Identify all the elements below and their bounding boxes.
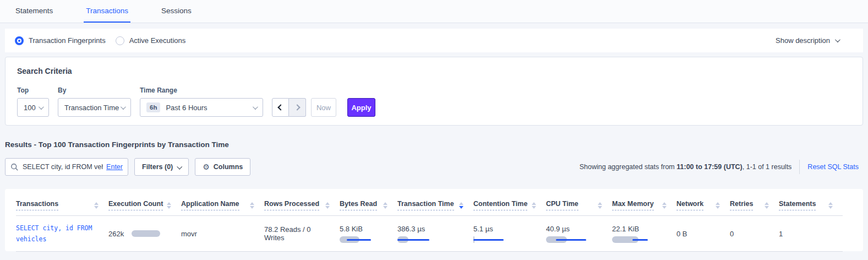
- stats-time-range: 11:00 to 17:59 (UTC): [676, 163, 742, 171]
- tab-transactions[interactable]: Transactions: [84, 0, 130, 23]
- column-header-cpu-time[interactable]: CPU Time: [546, 194, 612, 216]
- mean-bar: [632, 239, 648, 241]
- search-input[interactable]: [23, 163, 103, 171]
- sort-icon-active-desc[interactable]: [459, 202, 463, 209]
- table-row: SELECT city, id FROM vehicles 262k movr …: [16, 216, 843, 252]
- sort-icon[interactable]: [662, 202, 667, 209]
- columns-button[interactable]: ⚙ Columns: [195, 158, 250, 176]
- chevron-down-icon: [39, 104, 44, 110]
- execution-count-cell: 262k: [108, 230, 171, 238]
- sort-icon[interactable]: [167, 202, 171, 209]
- search-box[interactable]: Enter: [5, 158, 128, 176]
- sort-icon[interactable]: [765, 202, 769, 209]
- sort-icon[interactable]: [716, 202, 720, 209]
- results-toolbar: Enter Filters (0) ⚙ Columns Showing aggr…: [5, 158, 863, 176]
- sort-icon[interactable]: [532, 202, 536, 209]
- aggregated-stats-text: Showing aggregated stats from 11:00 to 1…: [580, 163, 792, 171]
- page-tabs: Statements Transactions Sessions: [0, 0, 868, 23]
- next-time-range-button[interactable]: [289, 98, 306, 117]
- radio-label: Transaction Fingerprints: [29, 36, 106, 45]
- mean-bar: [347, 239, 371, 241]
- top-label: Top: [17, 86, 49, 94]
- application-name-value: movr: [181, 230, 197, 238]
- by-field: By Transaction Time: [58, 86, 131, 117]
- transactions-table: Transactions Execution Count Application…: [16, 194, 843, 252]
- column-header-transaction-time[interactable]: Transaction Time: [397, 194, 473, 216]
- chevron-left-icon: [277, 104, 283, 110]
- by-label: By: [58, 86, 131, 94]
- top-select[interactable]: 100: [17, 98, 49, 117]
- column-header-contention-time[interactable]: Contention Time: [473, 194, 546, 216]
- chevron-down-icon: [121, 104, 126, 110]
- time-range-field: Time Range 6h Past 6 Hours: [140, 86, 263, 117]
- show-description-toggle[interactable]: Show description: [776, 36, 853, 45]
- time-range-value: Past 6 Hours: [166, 104, 207, 112]
- rows-processed-value: 78.2 Reads / 0 Writes: [264, 225, 311, 242]
- now-button[interactable]: Now: [311, 98, 336, 117]
- time-range-label: Time Range: [140, 86, 263, 94]
- mean-bar: [397, 239, 429, 241]
- radio-active-executions[interactable]: Active Executions: [116, 36, 186, 45]
- column-header-transactions[interactable]: Transactions: [16, 194, 108, 216]
- statements-value: 1: [779, 230, 783, 238]
- mean-bar: [473, 239, 504, 241]
- retries-value: 0: [730, 230, 734, 238]
- sort-icon[interactable]: [94, 202, 99, 209]
- reset-sql-stats-link[interactable]: Reset SQL Stats: [807, 163, 863, 171]
- sort-icon[interactable]: [598, 202, 602, 209]
- network-value: 0 B: [676, 230, 687, 238]
- top-field: Top 100: [17, 86, 49, 117]
- by-select-value: Transaction Time: [64, 104, 119, 112]
- column-header-max-memory[interactable]: Max Memory: [612, 194, 676, 216]
- by-select[interactable]: Transaction Time: [58, 98, 131, 117]
- column-header-retries[interactable]: Retries: [730, 194, 779, 216]
- column-header-application-name[interactable]: Application Name: [181, 194, 264, 216]
- execution-count-bar: [132, 230, 160, 237]
- time-range-select[interactable]: 6h Past 6 Hours: [140, 98, 263, 117]
- tab-sessions[interactable]: Sessions: [159, 0, 194, 23]
- filters-label: Filters (0): [142, 163, 173, 171]
- previous-time-range-button[interactable]: [272, 98, 289, 117]
- contention-time-cell: 5.1 µs: [473, 216, 546, 252]
- chevron-down-icon: [835, 37, 840, 42]
- search-icon: [10, 163, 19, 171]
- top-select-value: 100: [24, 104, 36, 112]
- sort-icon[interactable]: [383, 202, 387, 209]
- transaction-time-cell: 386.3 µs: [397, 216, 473, 252]
- show-description-label: Show description: [776, 36, 830, 45]
- gear-icon: ⚙: [203, 162, 210, 171]
- mean-bar: [556, 239, 586, 241]
- chevron-down-icon: [253, 104, 258, 110]
- results-heading: Results - Top 100 Transaction Fingerprin…: [5, 140, 863, 149]
- enter-link[interactable]: Enter: [106, 163, 123, 171]
- columns-label: Columns: [214, 163, 243, 171]
- tab-statements[interactable]: Statements: [13, 0, 55, 23]
- search-criteria-panel: Search Criteria Top 100 By Transaction T…: [5, 57, 863, 126]
- radio-label: Active Executions: [129, 36, 186, 45]
- time-range-badge: 6h: [146, 102, 160, 112]
- column-header-rows-processed[interactable]: Rows Processed: [264, 194, 340, 216]
- column-header-network[interactable]: Network: [676, 194, 730, 216]
- column-header-bytes-read[interactable]: Bytes Read: [340, 194, 397, 216]
- column-header-execution-count[interactable]: Execution Count: [108, 194, 181, 216]
- results-table-panel: Transactions Execution Count Application…: [5, 189, 863, 251]
- cpu-time-cell: 40.9 µs: [546, 216, 612, 252]
- radio-selected-icon[interactable]: [15, 36, 24, 45]
- chevron-right-icon: [294, 104, 300, 110]
- view-toggle-strip: Transaction Fingerprints Active Executio…: [5, 29, 863, 52]
- column-header-statements[interactable]: Statements: [779, 194, 843, 216]
- divider: [799, 160, 800, 174]
- sort-icon[interactable]: [828, 202, 833, 209]
- sort-icon[interactable]: [325, 202, 330, 209]
- search-criteria-title: Search Criteria: [17, 67, 851, 75]
- filters-button[interactable]: Filters (0): [134, 158, 189, 176]
- bytes-read-cell: 5.8 KiB: [340, 216, 397, 252]
- max-memory-cell: 22.1 KiB: [612, 216, 676, 252]
- radio-unselected-icon[interactable]: [116, 36, 124, 45]
- sort-icon[interactable]: [250, 202, 254, 209]
- chevron-down-icon: [177, 164, 183, 169]
- time-range-arrows: [272, 98, 306, 117]
- radio-transaction-fingerprints[interactable]: Transaction Fingerprints: [15, 36, 106, 45]
- transaction-fingerprint-link[interactable]: SELECT city, id FROM vehicles: [16, 224, 92, 243]
- apply-button[interactable]: Apply: [347, 98, 375, 117]
